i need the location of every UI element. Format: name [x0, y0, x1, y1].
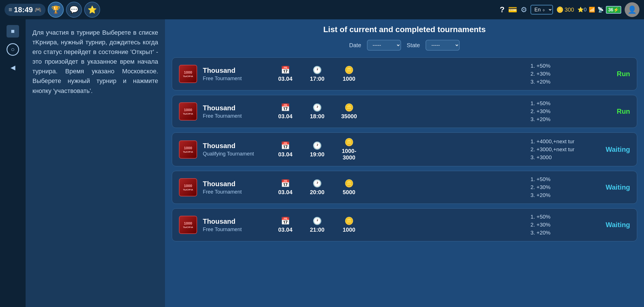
menu-icon[interactable]: ≡ [9, 6, 12, 13]
tournament-name: Thousand [203, 217, 268, 225]
tournament-cards-container: 1000ТЫСЯЧА Thousand Free Tournament 📅 03… [172, 57, 637, 241]
tournament-date: 03.04 [278, 189, 292, 196]
tournament-info: 📅 03.04 🕐 21:00 🪙 1000 [274, 217, 525, 233]
tournament-title-block: Thousand Free Tournament [203, 104, 268, 119]
tournament-prize: 1000 [343, 76, 356, 82]
clock-icon: 🕐 [313, 179, 322, 188]
clock-icon: 🕐 [313, 103, 322, 112]
coins-display: 🪙 300 [556, 6, 574, 13]
tournament-date-field: 📅 03.04 [274, 217, 297, 233]
trophy-button[interactable]: 🏆 [48, 2, 64, 18]
avatar[interactable]: 👤 [625, 2, 639, 17]
reward-line: 1. +4000,+next tur [531, 138, 593, 145]
radio-icon[interactable]: ○ [7, 43, 19, 56]
tournament-time-field: 🕐 20:00 [306, 179, 329, 196]
tournament-time: 17:00 [310, 76, 324, 82]
tournament-rewards: 1. +50%2. +30%3. +20% [531, 100, 593, 123]
tournament-prize-field: 🪙 1000- 3000 [338, 138, 360, 161]
star-count-icon: ⭐0 [577, 7, 587, 13]
help-button[interactable]: ? [500, 5, 505, 14]
tournament-card[interactable]: 1000ТЫСЯЧА Thousand Free Tournament 📅 03… [172, 208, 637, 241]
date-filter-label: Date [349, 42, 361, 49]
tournament-prize: 1000- 3000 [342, 148, 356, 161]
reward-line: 2. +30% [531, 71, 593, 77]
clock-display: 18:49 [14, 5, 33, 14]
tournament-card[interactable]: 1000ТЫСЯЧА Thousand Free Tournament 📅 03… [172, 171, 637, 204]
instructions-panel: Для участия в турнире Выберете в списке … [26, 19, 165, 307]
tournament-subtitle: Qualifying Tournament [203, 151, 268, 157]
tournament-status[interactable]: Run [599, 107, 630, 115]
reward-line: 2. +30% [531, 222, 593, 228]
coins-icon: 🪙 [344, 217, 354, 225]
tournament-date-field: 📅 03.04 [274, 179, 297, 196]
tournament-date: 03.04 [278, 151, 292, 158]
tournament-card[interactable]: 1000ТЫСЯЧА Thousand Free Tournament 📅 03… [172, 57, 637, 90]
tournament-rewards: 1. +4000,+next tur2. +3000,+next tur3. +… [531, 138, 593, 161]
gamepad-icon: 🎮 [34, 6, 42, 13]
tournament-status[interactable]: Run [599, 70, 630, 78]
tournament-prize: 1000 [343, 227, 356, 233]
tournament-prize-field: 🪙 35000 [338, 103, 360, 120]
state-filter-select[interactable]: ----- [426, 40, 460, 51]
reward-line: 1. +50% [531, 63, 593, 69]
star-button[interactable]: ⭐ [84, 2, 100, 18]
tournament-name: Thousand [203, 142, 268, 150]
reward-line: 3. +3000 [531, 154, 593, 161]
tournament-time: 20:00 [310, 189, 324, 196]
reward-line: 3. +20% [531, 79, 593, 85]
settings-button[interactable]: ⚙ [521, 5, 527, 14]
state-filter-label: State [407, 42, 420, 49]
tournament-subtitle: Free Tournament [203, 113, 268, 119]
tournament-list: List of current and completed tournament… [165, 19, 644, 307]
tournament-status[interactable]: Waiting [599, 183, 630, 191]
calendar-icon: 📅 [281, 141, 290, 150]
tournament-status[interactable]: Waiting [599, 146, 630, 154]
reward-line: 2. +30% [531, 184, 593, 190]
tournament-time-field: 🕐 17:00 [306, 66, 329, 82]
menu-time-group[interactable]: ≡ 18:49 🎮 [5, 4, 46, 16]
tournament-title-block: Thousand Free Tournament [203, 67, 268, 82]
tournament-name: Thousand [203, 104, 268, 112]
tournament-rewards: 1. +50%2. +30%3. +20% [531, 214, 593, 236]
wifi-icon: 📡 [597, 7, 604, 13]
back-icon[interactable]: ◀ [7, 61, 19, 74]
tournament-name: Thousand [203, 67, 268, 74]
battery-value: 36 [608, 7, 613, 12]
tournament-title-block: Thousand Free Tournament [203, 217, 268, 233]
wifi-battery-group: ⭐0 📶 📡 36⚡ [577, 6, 621, 14]
tournament-time-field: 🕐 19:00 [306, 141, 329, 158]
tournament-prize-field: 🪙 1000 [338, 66, 360, 82]
tournament-subtitle: Free Tournament [203, 227, 268, 233]
clock-icon: 🕐 [313, 217, 322, 225]
tournament-logo: 1000ТЫСЯЧА [179, 178, 197, 196]
tournament-logo: 1000ТЫСЯЧА [179, 102, 197, 121]
tournament-subtitle: Free Tournament [203, 189, 268, 195]
topbar: ≡ 18:49 🎮 🏆 💬 ⭐ ? 💳 ⚙ En ⬨ Ru 🪙 300 ⭐0 📶… [0, 0, 644, 19]
tournament-card[interactable]: 1000ТЫСЯЧА Thousand Free Tournament 📅 03… [172, 95, 637, 128]
square-icon[interactable]: ■ [7, 25, 19, 38]
calendar-icon: 📅 [281, 103, 290, 112]
topbar-right: ? 💳 ⚙ En ⬨ Ru 🪙 300 ⭐0 📶 📡 36⚡ 👤 [500, 2, 639, 17]
reward-line: 2. +3000,+next tur [531, 146, 593, 153]
tournament-time: 21:00 [310, 227, 324, 233]
chat-button[interactable]: 💬 [66, 2, 82, 18]
signal-icon: 📶 [589, 7, 595, 13]
tournament-status[interactable]: Waiting [599, 221, 630, 229]
reward-line: 1. +50% [531, 176, 593, 182]
tournament-date: 03.04 [278, 76, 292, 82]
tournament-name: Thousand [203, 180, 268, 188]
language-selector[interactable]: En ⬨ Ru [531, 5, 553, 14]
tournament-logo: 1000ТЫСЯЧА [179, 140, 197, 159]
tournament-time: 19:00 [310, 151, 324, 158]
date-filter-select[interactable]: ----- [367, 40, 401, 51]
reward-line: 1. +50% [531, 100, 593, 107]
coins-icon: 🪙 [344, 66, 354, 74]
calendar-icon: 📅 [281, 66, 290, 74]
tournament-card[interactable]: 1000ТЫСЯЧА Thousand Qualifying Tournamen… [172, 132, 637, 166]
tournament-logo: 1000ТЫСЯЧА [179, 65, 197, 83]
tournament-info: 📅 03.04 🕐 20:00 🪙 5000 [274, 179, 525, 196]
coins-icon: 🪙 [344, 103, 354, 112]
wallet-button[interactable]: 💳 [508, 5, 517, 14]
tournament-logo: 1000ТЫСЯЧА [179, 216, 197, 234]
tournament-date-field: 📅 03.04 [274, 66, 297, 82]
